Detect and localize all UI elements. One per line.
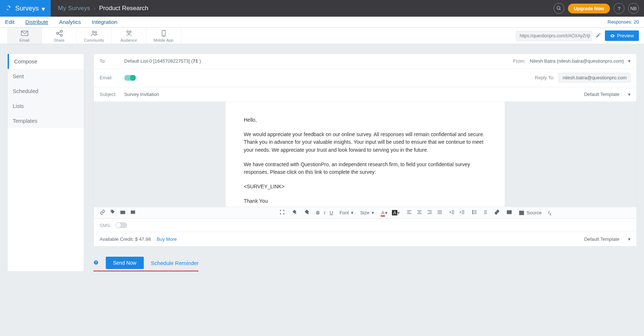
nav-distribute[interactable]: Distribute [25,19,48,25]
sidebar-item-compose[interactable]: Compose [8,54,84,69]
svg-point-9 [95,31,97,33]
tool-tab-email[interactable]: Email [7,28,42,44]
italic-button[interactable]: I [324,210,325,215]
brand-label: Surveys [15,5,39,12]
bullet-list-button[interactable] [472,209,477,216]
chevron-down-icon: ▾ [351,210,354,215]
tool-tab-share[interactable]: Share [42,28,77,44]
chevron-down-icon: ▾ [628,58,631,64]
insert-box-button[interactable] [130,209,136,216]
chevron-down-icon: ▾ [372,210,374,215]
paint-bucket-icon [292,209,297,215]
email-body[interactable]: Hello, We would appreciate your feedback… [226,102,505,207]
textcolor-button[interactable]: A▾ [381,210,388,215]
underline-button[interactable]: U [330,210,333,215]
svg-rect-46 [519,211,524,215]
to-field[interactable]: Default List-0 [1645708227573] (71 ) [124,58,201,64]
from-dropdown[interactable]: Nilesh Batra (nilesh.batra@questionpro.c… [530,58,631,64]
indent-icon [459,209,465,215]
svg-point-3 [56,32,58,34]
help-tip-button[interactable]: ? [93,260,99,266]
audience-icon [125,29,133,37]
responses-count[interactable]: Responses: 20 [607,19,639,25]
outdent-button[interactable] [449,209,455,216]
eye-icon [610,33,615,38]
body-para1: We would appreciate your feedback on our… [244,131,486,154]
bgcolor-button[interactable] [292,209,297,216]
tool-tab-mobile[interactable]: Mobile App [146,28,181,44]
svg-point-0 [557,7,560,9]
paint-bucket-icon [304,209,310,215]
bold-button[interactable]: B [316,210,319,215]
tag-icon [110,209,116,215]
tool-tab-audience[interactable]: Audience [112,28,146,44]
sms-toggle[interactable] [116,222,127,228]
replyto-field[interactable]: nilesh.batra@questionpro.com [559,73,631,83]
font-dropdown[interactable]: Font▾ [339,210,354,215]
source-button[interactable]: Source [519,210,541,216]
expand-icon [279,209,285,215]
align-left-button[interactable] [406,209,412,216]
preview-button[interactable]: Preview [605,30,639,41]
editor-toolbar: B I U Font▾ Size▾ A▾ A▾ [94,207,636,219]
template-dropdown[interactable]: Default Template ▾ [584,92,631,97]
brand-logo-icon [6,5,12,12]
insert-link-button[interactable] [100,209,105,216]
align-justify-icon [437,209,443,215]
sidebar-item-scheduled[interactable]: Scheduled [8,84,84,98]
svg-point-11 [129,31,131,33]
nav-integration[interactable]: Integration [92,19,117,25]
align-right-button[interactable] [427,209,432,216]
subject-field[interactable]: Survey Invitation [124,92,159,97]
brand-menu[interactable]: Surveys ▾ [0,0,51,17]
schedule-reminder-link[interactable]: Schedule Reminder [151,260,199,266]
upgrade-button[interactable]: Upgrade Now [568,4,610,13]
svg-point-37 [472,213,473,214]
replyto-label: Reply To: [535,75,555,80]
size-dropdown[interactable]: Size▾ [360,210,374,215]
align-center-button[interactable] [417,209,422,216]
send-now-button[interactable]: Send Now [106,257,144,269]
help-button[interactable]: ? [614,3,624,14]
tool-tab-community[interactable]: Community [77,28,112,44]
buy-more-link[interactable]: Buy More [156,236,177,242]
highlight-button[interactable]: A▾ [392,210,400,215]
search-button[interactable] [553,3,564,14]
expand-button[interactable] [279,209,285,216]
breadcrumb-root[interactable]: My Surveys [58,5,90,12]
svg-point-36 [472,212,473,213]
help-icon: ? [618,6,620,11]
pencil-icon [595,32,601,38]
edit-url-button[interactable] [595,32,601,39]
number-list-button[interactable] [482,209,488,216]
image-sm-icon [120,209,126,215]
survey-url[interactable]: https://questionpro.com/t/AOXAyZrIjI [516,31,592,41]
bgcolor2-button[interactable] [304,209,310,216]
link-button[interactable] [494,209,500,216]
main-nav: Edit Distribute Analytics Integration Re… [0,17,644,28]
picture-button[interactable] [506,209,512,216]
sms-template-dropdown[interactable]: Default Template ▾ [584,236,631,242]
picture-icon [506,209,512,215]
distribute-toolbar: Email Share Community Audience Mobile Ap… [0,28,644,44]
insert-image-button[interactable] [120,209,126,216]
clear-format-button[interactable]: Ix [548,210,551,216]
svg-point-12 [128,33,130,35]
body-thanks: Thank You [244,197,486,205]
sidebar-item-templates[interactable]: Templates [8,113,84,128]
from-label: From: [513,58,526,64]
sidebar-item-sent[interactable]: Sent [8,69,84,84]
insert-tag-button[interactable] [110,209,116,216]
nav-analytics[interactable]: Analytics [59,19,81,25]
sidebar-item-lists[interactable]: Lists [8,98,84,113]
share-icon [55,29,63,37]
align-justify-button[interactable] [437,209,443,216]
avatar[interactable]: NB [628,3,639,14]
source-icon [519,210,524,216]
help-circle-icon: ? [93,260,99,265]
nav-edit[interactable]: Edit [5,19,14,25]
link-icon [100,209,105,215]
email-toggle[interactable] [124,75,136,81]
align-center-icon [417,209,422,215]
indent-button[interactable] [459,209,465,216]
